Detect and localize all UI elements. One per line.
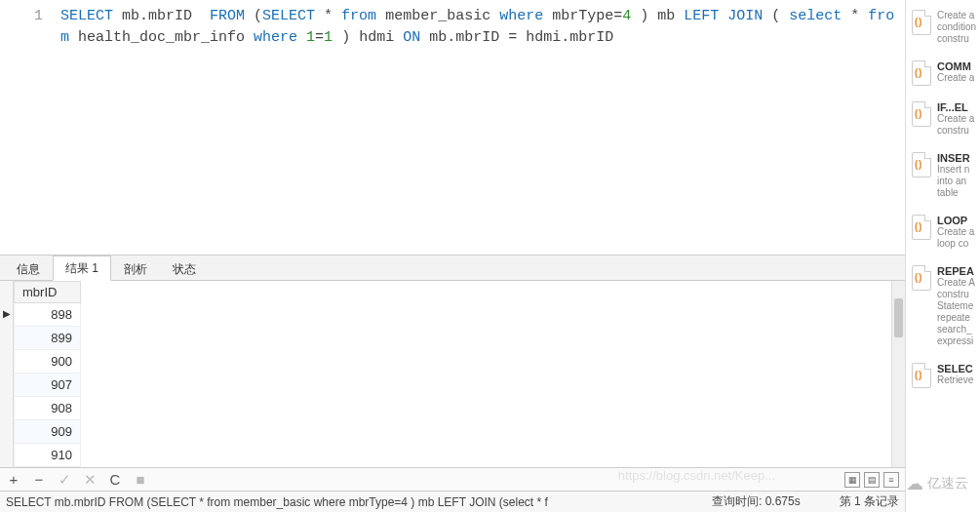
snippet-icon [912, 101, 931, 127]
refresh-button[interactable]: C [107, 471, 123, 488]
snippet-item[interactable]: COMMCreate a [906, 55, 980, 96]
status-query-time: 查询时间: 0.675s [712, 493, 801, 510]
view-mode-icons: ▦ ▤ ≡ [844, 472, 899, 488]
snippet-title: INSER [937, 152, 976, 164]
tab-3[interactable]: 状态 [160, 256, 209, 281]
row-indicator: ▶ [0, 302, 13, 324]
snippet-desc: Insert n into an table [937, 164, 976, 199]
snippet-icon [912, 265, 931, 291]
snippet-desc: Create a condition constru [937, 10, 976, 45]
snippet-item[interactable]: LOOPCreate a loop co [906, 209, 980, 259]
cell-mbrid[interactable]: 908 [15, 397, 81, 420]
status-record-position: 第 1 条记录 [840, 493, 899, 510]
tab-2[interactable]: 剖析 [111, 256, 160, 281]
cell-mbrid[interactable]: 909 [15, 420, 81, 444]
cell-mbrid[interactable]: 898 [15, 303, 81, 327]
accept-button: ✓ [57, 471, 72, 489]
table-row[interactable]: 909 [15, 420, 81, 444]
table-row[interactable]: 899 [15, 327, 81, 350]
row-indicator [0, 324, 13, 345]
editor-gutter: 1 [0, 0, 55, 255]
snippet-item[interactable]: REPEACreate A constru Stateme repeate se… [906, 259, 980, 357]
snippet-desc: Create a loop co [937, 226, 976, 250]
snippet-title: LOOP [937, 215, 976, 226]
result-table[interactable]: mbrID 898899900907908909910 [14, 281, 81, 467]
text-view-icon[interactable]: ≡ [883, 472, 899, 488]
snippet-title: IF...EL [937, 101, 976, 113]
sql-code[interactable]: SELECT mb.mbrID FROM (SELECT * from memb… [55, 0, 905, 255]
table-row[interactable]: 908 [15, 397, 81, 420]
snippet-desc: Create A constru Stateme repeate search_… [937, 277, 976, 347]
snippet-icon [912, 10, 931, 35]
bottom-toolbar: + − ✓ ✕ C ■ ▦ ▤ ≡ [0, 467, 905, 491]
row-indicator-column: ▶ [0, 281, 14, 467]
snippet-icon [912, 363, 931, 388]
result-tabs: 信息结果 1剖析状态 [0, 256, 905, 281]
form-view-icon[interactable]: ▤ [864, 472, 880, 488]
snippet-title: SELEC [937, 363, 973, 374]
result-grid-wrap: ▶ mbrID 898899900907908909910 [0, 281, 905, 467]
result-scrollbar[interactable] [891, 281, 905, 467]
cell-mbrid[interactable]: 910 [15, 444, 81, 467]
snippet-icon [912, 60, 931, 86]
row-indicator [0, 388, 13, 410]
snippet-desc: Create a [937, 72, 974, 84]
row-indicator [0, 431, 13, 453]
main-area: 1 SELECT mb.mbrID FROM (SELECT * from me… [0, 0, 905, 512]
line-number: 1 [0, 6, 43, 27]
add-row-button[interactable]: + [6, 471, 21, 488]
sql-editor[interactable]: 1 SELECT mb.mbrID FROM (SELECT * from me… [0, 0, 905, 256]
snippet-desc: Create a constru [937, 113, 976, 137]
table-row[interactable]: 907 [15, 374, 81, 397]
snippet-icon [912, 215, 931, 240]
cell-mbrid[interactable]: 907 [15, 374, 81, 397]
snippet-desc: Retrieve [937, 374, 973, 386]
stop-button: ■ [133, 471, 148, 488]
grid-view-icon[interactable]: ▦ [844, 472, 860, 488]
scroll-thumb[interactable] [894, 298, 903, 337]
table-row[interactable]: 898 [15, 303, 81, 327]
table-row[interactable]: 910 [15, 444, 81, 467]
row-indicator [0, 345, 13, 367]
snippet-panel: Create a condition construCOMMCreate aIF… [905, 0, 980, 512]
snippet-icon [912, 152, 931, 177]
table-row[interactable]: 900 [15, 350, 81, 374]
snippet-title: COMM [937, 60, 974, 72]
row-indicator [0, 367, 13, 388]
cell-mbrid[interactable]: 899 [15, 327, 81, 350]
status-bar: SELECT mb.mbrID FROM (SELECT * from memb… [0, 491, 905, 512]
snippet-item[interactable]: SELECRetrieve [906, 357, 980, 398]
snippet-item[interactable]: INSERInsert n into an table [906, 146, 980, 209]
tab-1[interactable]: 结果 1 [53, 256, 111, 281]
cancel-button: ✕ [82, 471, 98, 489]
tab-0[interactable]: 信息 [4, 256, 53, 281]
snippet-item[interactable]: Create a condition constru [906, 4, 980, 55]
snippet-item[interactable]: IF...ELCreate a constru [906, 96, 980, 146]
column-header-mbrid[interactable]: mbrID [15, 282, 81, 303]
row-indicator [0, 410, 13, 431]
cell-mbrid[interactable]: 900 [15, 350, 81, 374]
snippet-title: REPEA [937, 265, 976, 277]
remove-row-button[interactable]: − [31, 471, 47, 488]
status-sql-preview: SELECT mb.mbrID FROM (SELECT * from memb… [6, 495, 548, 509]
